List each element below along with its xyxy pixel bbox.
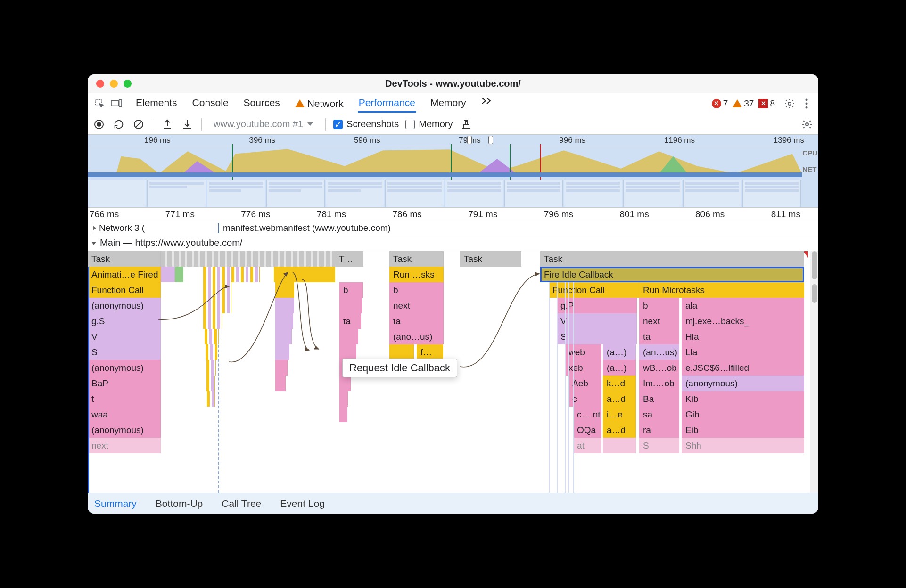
flame-cell[interactable]: k…d: [603, 376, 636, 391]
tab-performance[interactable]: Performance: [358, 94, 416, 113]
flame-cell[interactable]: [275, 329, 292, 344]
flame-cell[interactable]: (anonymous): [88, 360, 161, 376]
flame-cell[interactable]: ra: [639, 422, 679, 438]
inspect-icon[interactable]: [92, 97, 107, 111]
flame-cell[interactable]: (anonymous): [682, 376, 804, 391]
flame-cell[interactable]: sa: [639, 407, 679, 422]
flame-cell[interactable]: BaP: [88, 376, 161, 391]
flame-cell[interactable]: wB.…ob: [639, 360, 679, 376]
close-icon[interactable]: [96, 80, 104, 88]
flame-cell[interactable]: [339, 407, 347, 422]
flame-cell[interactable]: t: [88, 391, 161, 407]
flame-cell[interactable]: a…d: [603, 422, 636, 438]
flame-cell[interactable]: ala: [682, 298, 804, 313]
flame-cell[interactable]: (anonymous): [88, 298, 161, 313]
flame-cell[interactable]: web: [565, 344, 601, 360]
errors-counter[interactable]: ✕ 7: [712, 98, 728, 109]
flame-cell[interactable]: Function Call: [549, 282, 639, 298]
flame-cell[interactable]: [175, 267, 183, 282]
flame-cell[interactable]: g.S: [88, 313, 161, 329]
panel-settings-icon[interactable]: [800, 118, 814, 131]
tab-bottom-up[interactable]: Bottom-Up: [156, 498, 203, 509]
flame-cell[interactable]: [275, 313, 293, 329]
flame-cell[interactable]: next: [639, 313, 679, 329]
flame-cell[interactable]: at: [573, 438, 601, 453]
flame-cell[interactable]: [203, 313, 222, 329]
flame-cell[interactable]: [206, 344, 217, 360]
flame-cell[interactable]: (a…): [603, 344, 636, 360]
upload-icon[interactable]: [161, 118, 174, 131]
flame-cell[interactable]: [603, 438, 636, 453]
flame-cell[interactable]: Task: [389, 251, 444, 267]
flame-cell[interactable]: c.…nt: [573, 407, 601, 422]
flame-cell[interactable]: [275, 344, 289, 360]
flame-cell[interactable]: OQa: [573, 422, 601, 438]
flame-cell[interactable]: a…d: [603, 391, 636, 407]
tab-network[interactable]: Network: [294, 94, 345, 113]
flame-cell[interactable]: [203, 282, 231, 298]
flame-cell[interactable]: waa: [88, 407, 161, 422]
flame-cell[interactable]: b: [339, 282, 363, 298]
flame-cell[interactable]: [339, 391, 348, 407]
flame-cell[interactable]: [206, 376, 215, 391]
gc-icon[interactable]: [460, 118, 473, 131]
flame-cell[interactable]: b: [389, 282, 444, 298]
flame-cell[interactable]: Run …sks: [389, 267, 444, 282]
flame-cell[interactable]: ta: [389, 313, 444, 329]
flame-cell[interactable]: Hla: [682, 329, 804, 344]
flame-cell[interactable]: Run Microtasks: [639, 282, 804, 298]
flame-cell[interactable]: [161, 267, 175, 282]
flame-cell[interactable]: [339, 329, 358, 344]
flame-cell[interactable]: mj.exe…backs_: [682, 313, 804, 329]
scrollbar-thumb-top[interactable]: [812, 251, 817, 279]
blocked-counter[interactable]: ✕ 8: [758, 98, 775, 109]
kebab-icon[interactable]: [799, 97, 814, 111]
warnings-counter[interactable]: 37: [733, 98, 754, 109]
flame-cell[interactable]: next: [88, 438, 161, 453]
flame-cell[interactable]: (an…us): [639, 344, 679, 360]
timeline-overview[interactable]: 196 ms 396 ms 596 ms 79 ms 996 ms 1196 m…: [88, 135, 818, 208]
flame-cell[interactable]: [203, 267, 260, 282]
overview-window-right-handle[interactable]: [488, 136, 493, 144]
flame-chart[interactable]: TaskT…TaskTaskTaskAnimati…e FiredRun …sk…: [88, 251, 818, 493]
record-icon[interactable]: [92, 118, 106, 131]
main-track-header[interactable]: Main — https://www.youtube.com/: [88, 235, 818, 251]
flame-cell[interactable]: Task: [460, 251, 521, 267]
scrollbar-thumb[interactable]: [812, 284, 817, 303]
flame-cell[interactable]: [207, 391, 215, 407]
flame-cell[interactable]: [274, 267, 335, 282]
flame-cell[interactable]: next: [389, 298, 444, 313]
flame-cell[interactable]: [339, 376, 351, 391]
flame-cell[interactable]: (ano…us): [389, 329, 444, 344]
flame-cell[interactable]: [203, 298, 231, 313]
time-ruler[interactable]: 766 ms 771 ms 776 ms 781 ms 786 ms 791 m…: [88, 208, 818, 221]
tab-console[interactable]: Console: [191, 94, 230, 113]
network-track[interactable]: Network 3 ( manifest.webmanifest (www.yo…: [88, 221, 818, 235]
overview-window-left-handle[interactable]: [467, 136, 472, 144]
tab-sources[interactable]: Sources: [243, 94, 281, 113]
flame-cell[interactable]: [339, 344, 356, 360]
recording-selector[interactable]: www.youtube.com #1: [209, 117, 318, 131]
flame-cell[interactable]: S: [639, 438, 679, 453]
flame-cell[interactable]: Ba: [639, 391, 679, 407]
flame-cell[interactable]: Animati…e Fired: [88, 267, 161, 282]
flame-cell[interactable]: Task: [540, 251, 804, 267]
flame-cell[interactable]: S: [88, 344, 161, 360]
flame-scrollbar[interactable]: [810, 251, 818, 493]
flame-cell[interactable]: Function Call: [88, 282, 161, 298]
settings-icon[interactable]: [782, 97, 797, 111]
network-request-bar[interactable]: manifest.webmanifest (www.youtube.com): [218, 223, 391, 233]
flame-cell[interactable]: [275, 298, 294, 313]
screenshots-checkbox[interactable]: ✓ Screenshots: [333, 119, 399, 130]
flame-cell[interactable]: V: [88, 329, 161, 344]
tab-memory[interactable]: Memory: [429, 94, 467, 113]
flame-cell[interactable]: (anonymous): [88, 422, 161, 438]
flame-cell[interactable]: Eib: [682, 422, 804, 438]
flame-cell[interactable]: [161, 251, 335, 267]
flame-cell[interactable]: [339, 298, 362, 313]
flame-cell[interactable]: ta: [339, 313, 361, 329]
reload-icon[interactable]: [112, 118, 125, 131]
memory-checkbox[interactable]: Memory: [405, 119, 453, 130]
flame-cell[interactable]: i…e: [603, 407, 636, 422]
flame-cell[interactable]: Lla: [682, 344, 804, 360]
